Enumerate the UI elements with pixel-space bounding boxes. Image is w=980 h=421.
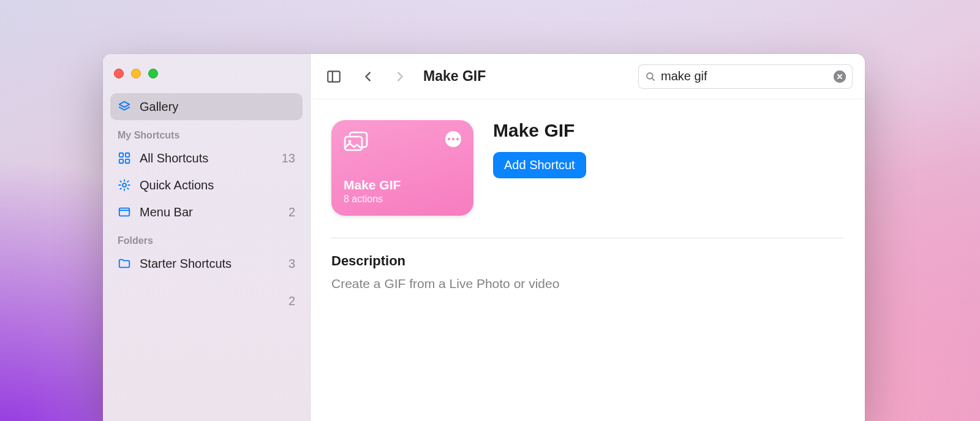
sidebar-item-count: 13 — [282, 151, 295, 165]
nav-back-button[interactable] — [357, 66, 379, 88]
sidebar-item-quick-actions[interactable]: Quick Actions — [110, 172, 303, 199]
gear-icon — [118, 178, 131, 192]
separator — [331, 238, 844, 238]
search-icon — [645, 71, 656, 82]
grid-icon — [118, 151, 131, 165]
card-title: Make GIF — [344, 178, 461, 192]
sidebar-section-header: My Shortcuts — [110, 120, 303, 145]
svg-rect-12 — [345, 137, 362, 150]
svg-rect-5 — [119, 208, 130, 216]
shortcuts-window: Gallery My Shortcuts All Shortcuts 13 Qu… — [103, 54, 865, 421]
card-subtitle: 8 actions — [344, 194, 461, 205]
svg-rect-0 — [119, 153, 123, 157]
sidebar-section-header: Folders — [110, 226, 303, 250]
sidebar-stray-count: 2 — [110, 277, 303, 308]
search-input[interactable] — [661, 69, 834, 83]
window-minimize-button[interactable] — [131, 69, 141, 78]
main-panel: Make GIF — [311, 54, 865, 421]
layers-icon — [118, 100, 131, 113]
toggle-sidebar-button[interactable] — [323, 66, 345, 88]
card-more-button[interactable] — [445, 131, 461, 147]
content-area: Make GIF 8 actions Make GIF Add Shortcut… — [311, 99, 865, 421]
search-clear-button[interactable] — [834, 70, 846, 83]
toolbar-title: Make GIF — [423, 68, 486, 85]
window-zoom-button[interactable] — [148, 69, 158, 78]
shortcut-info: Make GIF Add Shortcut — [493, 120, 586, 178]
sidebar-item-menu-bar[interactable]: Menu Bar 2 — [110, 199, 303, 226]
sidebar-item-all-shortcuts[interactable]: All Shortcuts 13 — [110, 145, 303, 172]
sidebar-item-starter-shortcuts[interactable]: Starter Shortcuts 3 — [110, 250, 303, 277]
window-close-button[interactable] — [114, 69, 124, 78]
shortcut-title: Make GIF — [493, 120, 586, 141]
sidebar-item-label: Menu Bar — [140, 205, 288, 219]
description-text: Create a GIF from a Live Photo or video — [331, 276, 844, 291]
sidebar-item-count: 3 — [288, 257, 295, 271]
sidebar-item-count: 2 — [288, 205, 295, 219]
toolbar: Make GIF — [311, 54, 865, 99]
nav-forward-button[interactable] — [389, 66, 411, 88]
folder-icon — [118, 257, 131, 270]
svg-line-10 — [652, 78, 654, 80]
svg-point-13 — [349, 140, 352, 143]
svg-point-4 — [123, 183, 126, 187]
add-shortcut-button[interactable]: Add Shortcut — [493, 152, 586, 178]
sidebar-item-label: Gallery — [140, 100, 295, 114]
window-traffic-lights — [110, 65, 303, 93]
svg-rect-7 — [328, 71, 340, 82]
sidebar-item-gallery[interactable]: Gallery — [110, 93, 303, 120]
svg-rect-2 — [119, 159, 123, 163]
sidebar-item-label: Starter Shortcuts — [140, 257, 288, 271]
search-field[interactable] — [638, 64, 853, 89]
svg-rect-1 — [126, 153, 129, 157]
sidebar-item-label: All Shortcuts — [140, 151, 282, 165]
window-icon — [118, 205, 131, 219]
shortcut-card[interactable]: Make GIF 8 actions — [331, 120, 473, 216]
sidebar: Gallery My Shortcuts All Shortcuts 13 Qu… — [103, 54, 311, 421]
svg-rect-3 — [126, 159, 129, 163]
photos-icon — [344, 131, 368, 152]
description-header: Description — [331, 253, 844, 269]
sidebar-item-label: Quick Actions — [140, 178, 295, 192]
